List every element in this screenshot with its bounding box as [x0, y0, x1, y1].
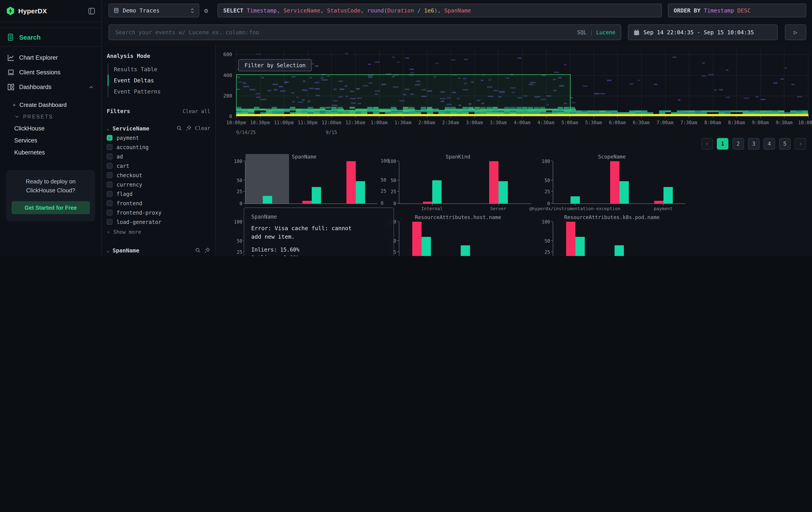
filter-by-selection-button[interactable]: Filter by Selection: [238, 59, 312, 71]
preset-dashboard-clickhouse[interactable]: ClickHouse: [0, 123, 102, 134]
bar-group[interactable]: [553, 222, 597, 256]
gear-icon[interactable]: ⚙: [204, 7, 208, 15]
selection-box[interactable]: [236, 75, 571, 111]
lang-sql[interactable]: SQL: [577, 29, 586, 35]
checkbox[interactable]: [107, 200, 113, 206]
delta-chart-spankind[interactable]: SpanKind02550100InternalServer: [385, 154, 531, 212]
pagination-page-5[interactable]: 5: [779, 138, 791, 150]
delta-chart-resourceattributes-host-name[interactable]: ResourceAttributes.host.name02550100paym…: [385, 214, 531, 256]
bar-group-payment-7985c8969c-mwmw7[interactable]: [597, 222, 641, 256]
bar-group[interactable]: [487, 222, 531, 256]
checkbox[interactable]: [107, 172, 113, 178]
delta-chart-spanname[interactable]: SpanName0255010002550100: [231, 154, 378, 212]
delta-chart-scopename[interactable]: ScopeName02550100@hyperdx/instrumentatio…: [539, 154, 685, 212]
preset-dashboard-services[interactable]: Services: [0, 134, 102, 146]
y-axis-label: 100: [234, 219, 242, 224]
filter-group-header[interactable]: ⌄ServiceNameClear: [107, 123, 210, 133]
create-dashboard-button[interactable]: +Create Dashboard: [0, 99, 102, 111]
filter-option[interactable]: cart: [107, 161, 210, 170]
pagination-page-4[interactable]: 4: [763, 138, 775, 150]
bar-group-payment-7985c8969c-mwmw7[interactable]: [443, 222, 487, 256]
checkbox[interactable]: ✓: [107, 135, 113, 141]
run-query-button[interactable]: ▷: [785, 25, 806, 40]
filter-group-header[interactable]: ⌄SpanName: [107, 245, 210, 255]
heatmap-cell: [790, 114, 796, 116]
bar-group[interactable]: [289, 161, 334, 204]
checkbox[interactable]: [107, 182, 113, 187]
sidebar-item-search[interactable]: Search: [0, 28, 102, 47]
query-token: (: [384, 7, 387, 14]
clear-all-filters[interactable]: Clear all: [182, 108, 210, 114]
heatmap-x-label: 10:00pm: [226, 120, 246, 125]
bar-group-Server[interactable]: [465, 161, 531, 204]
heatmap-x-label: 10:30pm: [250, 120, 270, 125]
analysis-mode-option[interactable]: Results Table: [108, 64, 210, 75]
bar-group[interactable]: [641, 222, 685, 256]
filter-option[interactable]: frontend-proxy: [107, 208, 210, 217]
lang-lucene[interactable]: Lucene: [596, 29, 615, 35]
y-axis-label: 0: [239, 201, 242, 206]
chart-body: 0255010002550100: [231, 161, 378, 204]
sidebar-item-client-sessions[interactable]: Client Sessions: [0, 65, 102, 80]
preset-dashboard-kubernetes[interactable]: Kubernetes: [0, 146, 102, 159]
brand[interactable]: HyperDX: [6, 7, 88, 15]
pagination-next[interactable]: ›: [795, 138, 806, 150]
filter-option[interactable]: load-generator: [107, 217, 210, 226]
duration-heatmap[interactable]: 020040060010:00pm10:30pm11:00pm11:30pm12…: [236, 50, 808, 116]
bar-group[interactable]: [245, 161, 289, 204]
pagination-page-3[interactable]: 3: [748, 138, 759, 150]
filter-option[interactable]: accounting: [107, 142, 210, 152]
chevron-down-icon: ⌄: [107, 248, 109, 253]
heatmap-cell: [445, 114, 451, 116]
pagination-prev[interactable]: ‹: [701, 138, 713, 150]
checkbox[interactable]: [107, 163, 113, 169]
heatmap-x-label: 10:00am: [798, 120, 812, 125]
show-more-link[interactable]: ›Show more: [107, 227, 210, 236]
query-select-input[interactable]: SELECT Timestamp, ServiceName, StatusCod…: [218, 4, 662, 17]
bar-group[interactable]: [399, 222, 443, 256]
presets-toggle[interactable]: PRESETS: [0, 111, 102, 123]
pin-icon[interactable]: [204, 247, 210, 253]
filter-option[interactable]: flagd: [107, 189, 210, 198]
bar-group[interactable]: [597, 161, 641, 204]
bar-group-payment[interactable]: [641, 161, 685, 204]
axis-tick: [331, 116, 332, 118]
filter-option[interactable]: change: [107, 255, 210, 256]
analysis-mode-option[interactable]: Event Patterns: [108, 86, 210, 97]
filter-option[interactable]: ad: [107, 152, 210, 161]
language-toggle[interactable]: SQL | Lucene: [577, 29, 615, 35]
source-select[interactable]: Demo Traces: [109, 4, 199, 17]
axis-tick: [379, 116, 380, 118]
pagination-page-2[interactable]: 2: [732, 138, 744, 150]
filter-option[interactable]: frontend: [107, 198, 210, 208]
search-icon[interactable]: [195, 247, 201, 253]
bar-group[interactable]: [334, 161, 378, 204]
checkbox[interactable]: [107, 191, 113, 197]
sidebar-item-chart-explorer[interactable]: Chart Explorer: [0, 50, 102, 65]
sidebar-item-dashboards[interactable]: Dashboards: [0, 80, 102, 95]
search-input[interactable]: [114, 28, 573, 36]
filter-option[interactable]: ✓payment: [107, 133, 210, 142]
pagination-page-1[interactable]: 1: [717, 138, 728, 150]
search-icon[interactable]: [176, 125, 182, 131]
heatmap-cell: [435, 63, 439, 64]
collapse-sidebar-icon[interactable]: [88, 7, 95, 15]
checkbox[interactable]: [107, 219, 113, 225]
get-started-button[interactable]: Get Started for Free: [11, 201, 90, 214]
filter-group-clear[interactable]: Clear: [195, 125, 210, 131]
checkbox[interactable]: [107, 154, 113, 159]
bar-group--hyperdx-instrumentation-exception[interactable]: [553, 161, 597, 204]
filter-option[interactable]: checkout: [107, 170, 210, 180]
filter-option[interactable]: currency: [107, 180, 210, 189]
analysis-mode-options: Results TableEvent DeltasEvent Patterns: [108, 64, 210, 97]
query-orderby-input[interactable]: ORDER BY Timestamp DESC: [668, 4, 806, 17]
checkbox[interactable]: [107, 144, 113, 150]
checkbox[interactable]: [107, 210, 113, 215]
x-axis-label: @hyperdx/instrumentation-exception: [553, 204, 597, 211]
pin-icon[interactable]: [186, 125, 192, 131]
bar-group-Internal[interactable]: [399, 161, 465, 204]
analysis-mode-option[interactable]: Event Deltas: [108, 75, 210, 86]
date-range-picker[interactable]: Sep 14 22:04:35 - Sep 15 10:04:35: [628, 25, 778, 40]
y-axis-label: 0: [393, 201, 396, 206]
delta-chart-resourceattributes-k8s-pod-name[interactable]: ResourceAttributes.k8s.pod.name02550100p…: [539, 214, 685, 256]
